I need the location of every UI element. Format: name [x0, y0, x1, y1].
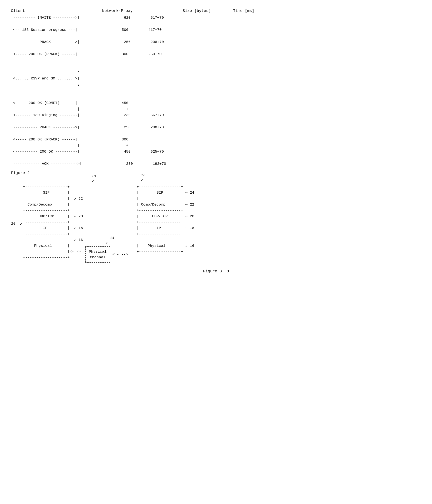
figure3-label: Figure 3 3 [11, 269, 421, 273]
right-arrow-center: < - --> [110, 252, 130, 257]
physical-channel-box: PhysicalChannel [85, 246, 110, 263]
annot-14: 14 ↙ [101, 236, 114, 245]
figure2: Client Network-Proxy Size [bytes] Time [… [11, 9, 421, 175]
left-stack: 10↙ +-------------------+ | SIP | | | ↙ … [23, 184, 83, 261]
right-stack: 12↙ +-------------------+ | SIP | ← 24 |… [137, 184, 194, 255]
col-client-header: Client [11, 9, 102, 13]
left-stack-pre: +-------------------+ | SIP | | | ↙ 22 |… [23, 184, 83, 261]
annot-10: 10↙ [92, 174, 96, 183]
seq-header: Client Network-Proxy Size [bytes] Time [… [11, 9, 421, 13]
col-time-header: Time [ms] [211, 9, 254, 13]
right-stack-pre: +-------------------+ | SIP | ← 24 | | |… [137, 184, 194, 255]
sequence-diagram: |---------- INVITE ---------->| 620 517+… [11, 15, 421, 167]
figure3: 24 ↙ 10↙ +-------------------+ | SIP | |… [11, 184, 421, 273]
col-size-header: Size [bytes] [167, 9, 211, 13]
figure2-label: Figure 2 [11, 171, 421, 175]
col-proxy-header: Network-Proxy [102, 9, 167, 13]
left-outer-label: 24 ↙ [11, 221, 22, 227]
annot-12: 12↙ [141, 173, 145, 182]
